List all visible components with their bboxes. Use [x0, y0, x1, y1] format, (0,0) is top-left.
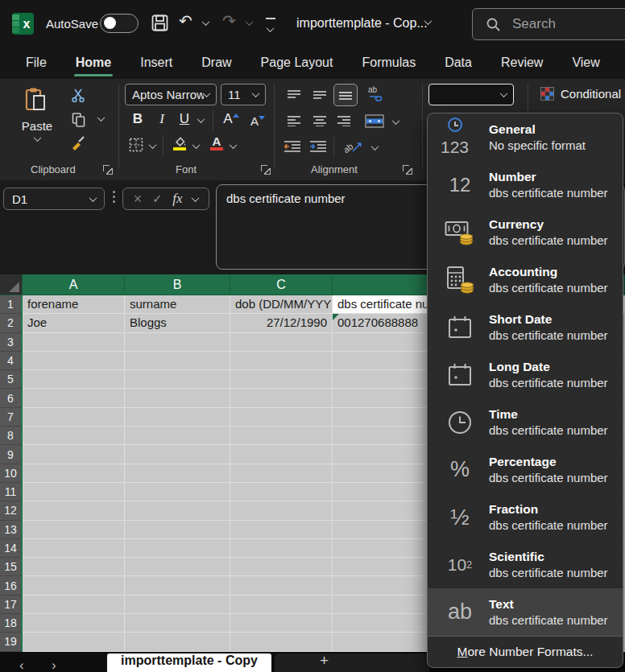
empty-cell[interactable] [125, 539, 230, 558]
ribbon-tab[interactable]: Page Layout [246, 49, 348, 78]
prev-sheet-arrow-icon[interactable]: ‹ [19, 658, 24, 672]
align-top-button[interactable] [284, 85, 304, 105]
undo-dropdown-chevron-icon[interactable] [202, 18, 210, 26]
format-option-number[interactable]: 12 Numberdbs certificate number [428, 161, 623, 208]
empty-cell[interactable] [230, 408, 333, 427]
align-right-button[interactable] [333, 111, 354, 130]
empty-cell[interactable] [125, 596, 230, 614]
empty-cell[interactable] [230, 445, 333, 464]
cell-c2[interactable]: 27/12/1990 [230, 314, 333, 332]
wrap-text-button[interactable]: ab [364, 84, 388, 103]
cell-a1[interactable]: forename [23, 295, 125, 314]
empty-cell[interactable] [125, 576, 230, 595]
empty-cell[interactable] [230, 333, 333, 352]
empty-cell[interactable] [23, 352, 125, 370]
ribbon-tab[interactable]: Formulas [347, 49, 430, 78]
row-header[interactable]: 3 [0, 333, 23, 352]
empty-cell[interactable] [230, 464, 333, 483]
empty-cell[interactable] [125, 370, 230, 389]
format-option-short-date[interactable]: Short Datedbs certificate number [428, 303, 623, 351]
column-header-a[interactable]: A [23, 274, 125, 295]
orientation-chevron-icon[interactable] [371, 142, 379, 150]
row-header[interactable]: 17 [0, 596, 23, 614]
row-header[interactable]: 12 [0, 501, 23, 520]
row-header[interactable]: 9 [0, 445, 23, 464]
empty-cell[interactable] [125, 633, 230, 651]
font-name-combobox[interactable]: Aptos Narrow [125, 84, 217, 105]
empty-cell[interactable] [230, 576, 333, 595]
empty-cell[interactable] [230, 352, 333, 370]
clipboard-dialog-launcher-icon[interactable] [103, 165, 113, 175]
search-input[interactable]: Search [472, 8, 625, 40]
row-header[interactable]: 18 [0, 614, 23, 633]
fill-color-chevron-icon[interactable] [192, 141, 201, 149]
formula-bar-drag-handle[interactable] [113, 191, 115, 203]
redo-icon[interactable]: ↷ [222, 11, 236, 31]
align-bottom-button-selected[interactable] [333, 84, 358, 106]
cell-b2[interactable]: Bloggs [125, 314, 230, 332]
empty-cell[interactable] [23, 558, 125, 576]
empty-cell[interactable] [125, 614, 230, 633]
cell-a2[interactable]: Joe [23, 314, 125, 332]
ribbon-tab[interactable]: Review [486, 49, 557, 78]
row-header[interactable]: 10 [0, 464, 23, 483]
align-center-button[interactable] [309, 111, 330, 130]
empty-cell[interactable] [125, 483, 230, 501]
autosave-toggle[interactable] [100, 14, 139, 33]
row-header[interactable]: 5 [0, 370, 23, 389]
cut-button[interactable] [68, 85, 89, 105]
borders-button[interactable] [126, 135, 147, 155]
cell-c1[interactable]: dob (DD/MM/YYY [230, 295, 333, 314]
cancel-entry-icon[interactable]: × [134, 192, 143, 206]
format-option-text-highlighted[interactable]: ab Textdbs certificate number [428, 588, 623, 636]
orientation-button[interactable]: ab [341, 137, 367, 156]
empty-cell[interactable] [23, 464, 125, 483]
empty-cell[interactable] [23, 408, 125, 427]
empty-cell[interactable] [230, 558, 333, 576]
alignment-dialog-launcher-icon[interactable] [403, 165, 412, 175]
empty-cell[interactable] [23, 445, 125, 464]
cell-b1[interactable]: surname [125, 295, 230, 314]
save-icon[interactable] [151, 14, 168, 31]
row-header[interactable]: 11 [0, 483, 23, 501]
empty-cell[interactable] [23, 501, 125, 520]
ribbon-tab[interactable]: Automate [615, 49, 625, 78]
ribbon-tab[interactable]: Data [430, 49, 486, 78]
empty-cell[interactable] [230, 501, 333, 520]
row-header[interactable]: 6 [0, 389, 23, 407]
empty-cell[interactable] [230, 633, 333, 651]
increase-font-size-button[interactable]: A [219, 109, 243, 129]
empty-cell[interactable] [23, 614, 125, 633]
ribbon-tab[interactable]: Insert [126, 49, 187, 78]
ribbon-tab[interactable]: Draw [187, 49, 246, 78]
more-number-formats-item[interactable]: More Number Formats... [428, 637, 623, 667]
confirm-entry-icon[interactable]: ✓ [152, 192, 163, 206]
empty-cell[interactable] [125, 352, 230, 370]
empty-cell[interactable] [230, 539, 333, 558]
ribbon-tab[interactable]: Home [61, 49, 126, 78]
merge-center-button[interactable] [362, 111, 387, 130]
underline-button[interactable]: U [174, 109, 195, 129]
empty-cell[interactable] [125, 389, 230, 407]
empty-cell[interactable] [23, 576, 125, 595]
decrease-font-size-button[interactable]: A [246, 111, 269, 130]
row-header-1[interactable]: 1 [0, 295, 23, 314]
row-header[interactable]: 7 [0, 408, 23, 427]
ribbon-tab[interactable]: View [557, 49, 614, 78]
empty-cell[interactable] [125, 501, 230, 520]
copy-dropdown-chevron-icon[interactable] [97, 113, 106, 122]
copy-button[interactable] [68, 109, 89, 129]
font-size-combobox[interactable]: 11 [221, 84, 266, 105]
new-sheet-button[interactable]: + [275, 653, 429, 672]
row-header[interactable]: 19 [0, 633, 23, 651]
select-all-corner[interactable] [0, 274, 23, 295]
format-option-long-date[interactable]: Long Datedbs certificate number [428, 351, 623, 398]
empty-cell[interactable] [23, 596, 125, 614]
row-header[interactable]: 16 [0, 576, 23, 595]
empty-cell[interactable] [23, 539, 125, 558]
format-option-currency[interactable]: Currencydbs certificate number [428, 208, 623, 256]
empty-cell[interactable] [230, 370, 333, 389]
font-dialog-launcher-icon[interactable] [261, 165, 271, 175]
name-box[interactable]: D1 [3, 188, 105, 210]
format-painter-button[interactable] [68, 134, 89, 153]
